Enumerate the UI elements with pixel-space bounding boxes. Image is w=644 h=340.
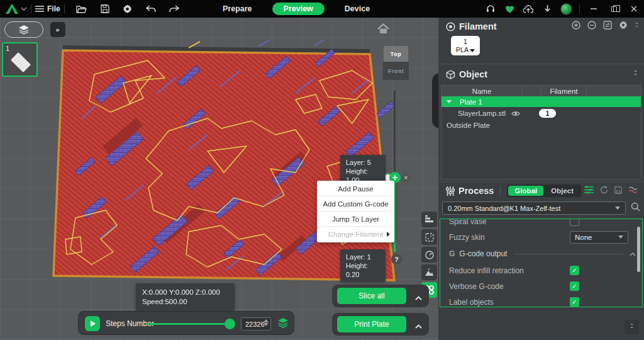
remove-filament-button[interactable]	[587, 21, 596, 32]
print-action-box: Print Plate	[332, 313, 429, 336]
label-objects-checkbox[interactable]: ✓	[570, 297, 579, 307]
process-settings-scroll[interactable]: Spiral vaseFuzzy skinNoneGG-code outputR…	[440, 218, 643, 307]
undo-button[interactable]	[142, 1, 160, 16]
cloud-upload-button[interactable]	[519, 1, 538, 16]
double-chevron-up-icon: ⌃⌃	[630, 324, 634, 331]
help-button[interactable]: ?	[391, 254, 402, 264]
menu-item-add-pause[interactable]: Add Pause	[317, 181, 394, 196]
steps-slider[interactable]	[145, 323, 231, 325]
tab-device[interactable]: Device	[336, 3, 379, 15]
object-table: Name Filament Plate 1SlayerLamp.stl1Outs…	[441, 85, 641, 179]
stack-icon	[277, 317, 289, 329]
speed-line: Speed:500.00	[142, 297, 228, 307]
favorites-button[interactable]	[500, 1, 519, 16]
preset-search-button[interactable]	[631, 202, 640, 214]
filament-number-badge[interactable]: 1	[539, 109, 556, 118]
scope-global[interactable]: Global	[508, 186, 543, 196]
divider	[579, 4, 580, 13]
speed-view-button[interactable]	[421, 247, 437, 263]
settings-section-g-code-output[interactable]: GG-code output	[449, 245, 642, 263]
scope-object[interactable]: Object	[545, 186, 580, 196]
section-label: G-code output	[459, 249, 507, 258]
slice-options-chevron[interactable]	[415, 292, 422, 303]
filament-collapse-button[interactable]: ⌃⌃	[635, 23, 639, 30]
minimize-button[interactable]	[584, 0, 604, 18]
divider	[514, 254, 623, 254]
setting-label: Fuzzy skin	[449, 233, 570, 242]
transfer-icon	[628, 186, 638, 194]
add-filament-button[interactable]	[572, 21, 580, 32]
verbose-g-code-checkbox[interactable]: ✓	[570, 281, 579, 291]
visibility-eye-icon[interactable]	[506, 111, 525, 116]
layers-icon	[18, 25, 30, 35]
account-button[interactable]	[557, 1, 575, 16]
process-save-button[interactable]	[614, 185, 622, 196]
file-menu-label: File	[47, 4, 60, 13]
close-icon	[631, 6, 637, 12]
layer-marker-close-button[interactable]: ×	[401, 173, 411, 183]
filament-slot-card[interactable]: 1 PLA	[451, 36, 480, 55]
object-row-plate-1[interactable]: Plate 1	[441, 96, 641, 107]
divider	[31, 4, 31, 13]
filament-section-header: Filament ⌃⌃	[446, 21, 639, 32]
object-row-slayerlamp-stl[interactable]: SlayerLamp.stl1	[441, 107, 641, 120]
expand-sidebar-button[interactable]: »	[50, 22, 65, 37]
process-reset-button[interactable]	[600, 185, 608, 196]
mountain-view-button[interactable]	[421, 264, 437, 280]
fuzzy-skin-select[interactable]: None	[570, 231, 628, 244]
process-params-button[interactable]	[584, 185, 594, 196]
plate-thumbnail[interactable]: 1	[2, 42, 38, 77]
preview-3d-viewport[interactable]: » 1 Top Front + × ?	[0, 18, 438, 340]
setting-row-reduce-infill-retraction: Reduce infill retraction✓	[449, 263, 642, 278]
home-view-button[interactable]	[377, 23, 389, 37]
print-plate-button[interactable]: Print Plate	[337, 316, 406, 332]
viewcube-top-face[interactable]: Top	[384, 46, 408, 62]
redo-button[interactable]	[165, 1, 184, 16]
panel-collapse-button[interactable]: ⌃⌃	[625, 320, 639, 334]
app-logo[interactable]	[5, 3, 27, 14]
spiral-vase-checkbox[interactable]	[570, 218, 579, 226]
plus-circle-icon	[572, 21, 580, 30]
tab-prepare[interactable]: Prepare	[214, 3, 261, 15]
setting-row-verbose-g-code: Verbose G-code✓	[449, 278, 642, 294]
scrollbar-thumb[interactable]	[637, 227, 640, 272]
download-button[interactable]	[538, 1, 557, 16]
steps-spinner-arrows[interactable]	[264, 319, 269, 326]
open-file-button[interactable]	[72, 1, 91, 16]
support-button[interactable]	[481, 1, 500, 16]
print-options-chevron[interactable]	[415, 320, 422, 331]
lower-layer-tooltip: Layer: 1 Height: 0.20	[340, 249, 386, 282]
sync-filament-button[interactable]	[603, 21, 612, 32]
play-button[interactable]	[85, 316, 100, 331]
slice-all-button[interactable]: Slice all	[337, 288, 406, 304]
viewcube-front-label: Front	[388, 68, 404, 74]
maximize-button[interactable]	[604, 0, 624, 18]
mountain-flag-icon	[425, 268, 434, 276]
process-flush-button[interactable]	[628, 185, 638, 196]
selection-view-button[interactable]	[421, 229, 437, 245]
panel-collapse-handle[interactable]	[432, 73, 438, 128]
reduce-infill-retraction-checkbox[interactable]: ✓	[570, 266, 579, 275]
plate-list-toggle-button[interactable]	[4, 21, 43, 38]
close-button[interactable]	[624, 0, 644, 18]
steps-slider-thumb[interactable]	[225, 319, 235, 329]
object-row-outside-plate[interactable]: Outside Plate	[441, 120, 641, 131]
viewcube-front-face[interactable]: Front	[383, 62, 409, 80]
steps-number-input[interactable]: 22326	[241, 317, 271, 331]
menu-item-add-custom-g-code[interactable]: Add Custom G-code	[317, 196, 394, 212]
menu-item-jump-to-layer[interactable]: Jump To Layer	[317, 212, 394, 227]
setting-row-spiral-vase: Spiral vase	[449, 218, 642, 229]
tab-preview[interactable]: Preview	[272, 3, 325, 15]
swap-box-icon	[603, 21, 612, 30]
column-extra	[587, 86, 641, 96]
save-button[interactable]	[96, 1, 114, 16]
file-menu-button[interactable]: File	[35, 4, 60, 13]
object-collapse-button[interactable]: ⌃⌃	[633, 71, 638, 77]
layer-slider-track-upper[interactable]	[394, 91, 396, 174]
filament-settings-button[interactable]	[619, 21, 628, 32]
preset-select[interactable]: 0.20mm Standard@K1 Max-Zelf-test	[442, 201, 626, 215]
home-icon	[377, 23, 389, 34]
layer-mode-button[interactable]	[277, 317, 289, 331]
line-type-view-button[interactable]	[421, 212, 437, 227]
settings-button[interactable]	[118, 1, 137, 16]
